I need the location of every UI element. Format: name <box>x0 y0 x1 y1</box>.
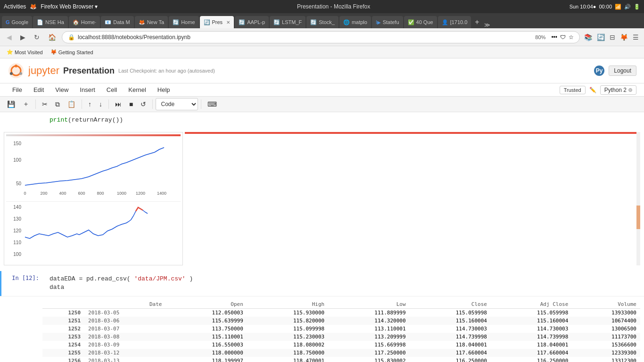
cell-value: 115.820000 <box>247 317 328 325</box>
scroll-bar-right[interactable] <box>636 132 640 265</box>
firefox-sync-icon[interactable]: 🔄 <box>595 32 606 42</box>
code-print[interactable]: print(returnArray()) <box>46 114 642 126</box>
move-down-button[interactable]: ↓ <box>96 99 106 110</box>
tab-home[interactable]: 🏠 Home· <box>69 16 100 28</box>
tab-google[interactable]: G Google <box>2 16 32 28</box>
bookmarks-bar: ⭐ Most Visited 🦊 Getting Started <box>0 46 644 58</box>
cell-date: 2018-03-05 <box>84 308 165 317</box>
home-button[interactable]: 🏠 <box>45 32 59 43</box>
url-bar[interactable]: 🔒 localhost:8888/notebooks/Presentation.… <box>62 31 580 43</box>
tab-lstm[interactable]: 🔄 LSTM_F <box>270 16 305 28</box>
svg-text:100: 100 <box>13 157 21 163</box>
paste-button[interactable]: 📋 <box>64 99 79 110</box>
svg-point-3 <box>19 72 22 75</box>
refresh-button[interactable]: ↻ <box>31 32 42 43</box>
bookmark-most-visited[interactable]: ⭐ Most Visited <box>4 48 46 56</box>
back-button[interactable]: ◀ <box>4 32 15 43</box>
forward-button[interactable]: ▶ <box>17 32 28 43</box>
new-tab-button[interactable]: + <box>472 16 482 28</box>
cell-index: 1254 <box>42 341 84 349</box>
fast-forward-button[interactable]: ⏭ <box>112 99 125 110</box>
cell-value: 118.040001 <box>491 341 572 349</box>
cell-value: 116.550003 <box>165 341 247 349</box>
expand-icon[interactable]: ≫ <box>482 22 492 28</box>
cell-date: 2018-03-08 <box>84 333 165 341</box>
jupyter-header: jupyter Presentation Last Checkpoint: an… <box>0 58 644 83</box>
add-cell-button[interactable]: ＋ <box>19 98 33 110</box>
cell-value: 114.739998 <box>491 333 572 341</box>
cell-value: 115.110001 <box>165 333 247 341</box>
col-header-close: Close <box>410 300 491 309</box>
wifi-icon: 📶 <box>615 4 621 10</box>
cell-content-12[interactable]: dataEDA = pd.read_csv( 'data/JPM.csv' ) … <box>44 271 644 296</box>
save-button[interactable]: 💾 <box>4 99 18 110</box>
tab-matplo[interactable]: 🌐 matplo <box>339 16 371 28</box>
activities-bar: Activities 🦊 Firefox Web Browser ▾ Prese… <box>0 0 644 13</box>
tab-newtab[interactable]: 🦊 New Ta <box>135 16 168 28</box>
logout-button[interactable]: Logout <box>609 66 636 76</box>
tab-nse[interactable]: 📄 NSE Ha <box>33 16 68 28</box>
firefox-icon: 🦊 <box>30 3 37 10</box>
tab-stock[interactable]: 🔄 Stock_ <box>306 16 339 28</box>
eq-sign: = pd.read_csv( <box>79 275 130 282</box>
tab-statefu[interactable]: I▶ Statefu <box>372 16 403 28</box>
in-label-12: In [12]: <box>12 275 39 281</box>
bookmark-getting-started[interactable]: 🦊 Getting Started <box>48 48 96 56</box>
col-header-low: Low <box>328 300 409 309</box>
more-icon[interactable]: ••• <box>551 34 557 41</box>
table-row: 12542018-03-09116.550003118.080002115.66… <box>42 341 640 349</box>
tab-datam[interactable]: 📧 Data M <box>101 16 133 28</box>
menu-cell[interactable]: Cell <box>102 84 122 95</box>
tab-pres[interactable]: 🔄 Pres ✕ <box>200 16 234 28</box>
cell-prompt-12: In [12]: <box>1 271 44 296</box>
cell-value: 112.050003 <box>165 308 247 317</box>
menu-file[interactable]: File <box>8 84 27 95</box>
edit-icon[interactable]: ✏️ <box>589 87 596 93</box>
firefox-browser-label[interactable]: Firefox Web Browser ▾ <box>41 3 98 10</box>
40q-favicon: ✅ <box>408 19 414 25</box>
stop-button[interactable]: ■ <box>126 99 136 110</box>
menu-insert[interactable]: Insert <box>75 84 100 95</box>
notebook-body[interactable]: print(returnArray()) 150 <box>0 112 644 362</box>
kernel-status-dot <box>628 88 632 92</box>
tab-home2[interactable]: 🔄 Home <box>169 16 198 28</box>
tab-label: matplo <box>352 19 367 25</box>
tab-label: [1710.0 <box>450 19 468 25</box>
sidebar-icon[interactable]: ⊟ <box>608 32 617 42</box>
notebook-title[interactable]: Presentation <box>63 66 115 76</box>
tab-1710[interactable]: 👤 [1710.0 <box>438 16 471 28</box>
tab-close-icon[interactable]: ✕ <box>226 20 230 25</box>
copy-button[interactable]: ⧉ <box>52 99 63 110</box>
restart-button[interactable]: ↺ <box>137 99 149 110</box>
jupyter-logo: jupyter Presentation Last Checkpoint: an… <box>8 62 215 79</box>
fox-icon[interactable]: 🦊 <box>619 32 629 42</box>
move-up-button[interactable]: ↑ <box>85 99 95 110</box>
system-tray: Sun 10:04● 00:00 📶 🔊 🔋 <box>570 4 640 10</box>
menu-button[interactable]: ☰ <box>631 32 640 42</box>
tab-40q[interactable]: ✅ 40 Que <box>404 16 437 28</box>
svg-text:Py: Py <box>596 67 603 74</box>
cell-type-select[interactable]: Code Markdown Raw <box>156 98 198 110</box>
line-chart-2-path <box>25 207 148 239</box>
code-12[interactable]: dataEDA = pd.read_csv( 'data/JPM.csv' ) … <box>46 273 642 294</box>
menu-help[interactable]: Help <box>153 84 175 95</box>
menu-edit[interactable]: Edit <box>29 84 49 95</box>
cell-value: 115.669998 <box>328 341 409 349</box>
zoom-level: 80% <box>532 34 548 40</box>
activities-label[interactable]: Activities <box>4 3 26 10</box>
keyboard-button[interactable]: ⌨ <box>204 99 220 110</box>
col-header-high: High <box>247 300 328 309</box>
menu-kernel[interactable]: Kernel <box>124 84 151 95</box>
scroll-thumb <box>636 206 640 229</box>
bookmark-icon[interactable]: ☆ <box>569 34 574 41</box>
cut-button[interactable]: ✂ <box>39 99 51 110</box>
svg-text:150: 150 <box>13 141 21 146</box>
checkpoint-info: Last Checkpoint: an hour ago (autosaved) <box>118 68 215 74</box>
library-icon[interactable]: 📚 <box>583 32 594 42</box>
svg-text:110: 110 <box>13 240 21 245</box>
toolbar-separator-4 <box>152 99 153 109</box>
menu-view[interactable]: View <box>50 84 73 95</box>
tab-bar: G Google 📄 NSE Ha 🏠 Home· 📧 Data M 🦊 New… <box>0 13 644 28</box>
tab-aapl[interactable]: 🔄 AAPL-p <box>235 16 269 28</box>
shield-icon[interactable]: 🛡 <box>560 34 566 41</box>
